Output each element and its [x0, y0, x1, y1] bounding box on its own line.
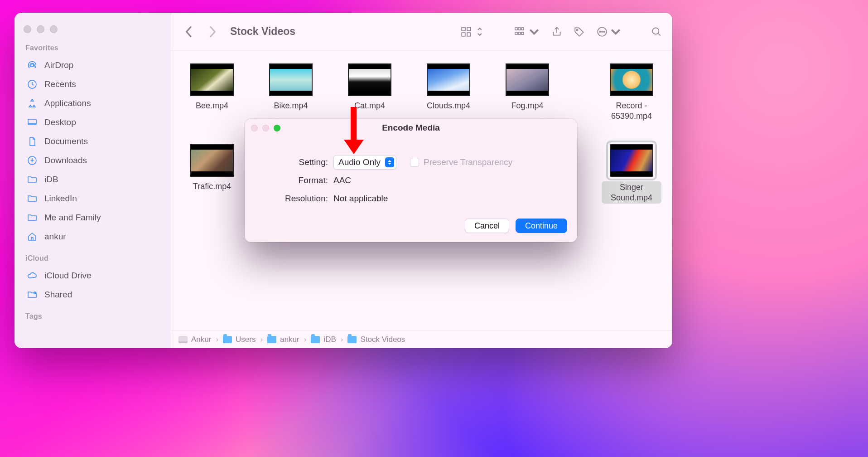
dialog-header: Encode Media — [245, 119, 577, 137]
sidebar-item-recents[interactable]: Recents — [22, 75, 165, 94]
resolution-label: Resolution: — [274, 194, 328, 204]
path-segment[interactable]: ankur — [267, 335, 299, 344]
search-button[interactable] — [651, 26, 662, 38]
file-name: Cat.mp4 — [354, 101, 385, 111]
checkbox-icon — [410, 158, 419, 167]
folder-icon — [26, 212, 38, 223]
disk-icon — [178, 336, 188, 343]
sidebar-item-applications[interactable]: Applications — [22, 94, 165, 113]
svg-rect-9 — [515, 28, 517, 30]
format-value: AAC — [333, 175, 351, 185]
more-actions-button[interactable] — [596, 26, 622, 38]
continue-button[interactable]: Continue — [516, 219, 567, 233]
path-segment[interactable]: Ankur — [178, 335, 211, 344]
svg-rect-5 — [462, 27, 465, 31]
path-label: iDB — [323, 335, 336, 344]
shared-folder-icon — [26, 289, 38, 300]
svg-point-17 — [600, 31, 601, 32]
file-item[interactable]: Trafic.mp4 — [182, 144, 242, 192]
file-item[interactable]: Clouds.mp4 — [419, 63, 478, 111]
minimize-window-button[interactable] — [37, 25, 44, 33]
svg-rect-8 — [467, 33, 471, 36]
file-item-selected[interactable]: Singer Sound.mp4 — [602, 144, 661, 204]
sidebar: Favorites AirDrop Recents Applications D… — [14, 13, 171, 348]
sidebar-item-label: LinkedIn — [44, 194, 77, 204]
path-segment[interactable]: Stock Videos — [347, 335, 405, 344]
share-button[interactable] — [551, 26, 563, 38]
svg-rect-10 — [518, 28, 521, 30]
encode-media-dialog: Encode Media Setting: Audio Only Preserv… — [245, 119, 577, 242]
sidebar-item-label: Desktop — [44, 117, 76, 127]
path-label: Users — [236, 335, 256, 344]
tags-button[interactable] — [574, 26, 585, 38]
file-item[interactable]: Bee.mp4 — [182, 63, 242, 111]
folder-icon — [311, 336, 320, 343]
zoom-window-button[interactable] — [50, 25, 58, 33]
close-window-button[interactable] — [24, 25, 31, 33]
sidebar-item-desktop[interactable]: Desktop — [22, 113, 165, 132]
document-icon — [26, 136, 38, 147]
folder-icon — [26, 193, 38, 204]
svg-point-19 — [603, 31, 604, 32]
sidebar-item-shared[interactable]: Shared — [22, 285, 165, 304]
folder-icon — [26, 174, 38, 185]
cancel-button[interactable]: Cancel — [465, 219, 509, 233]
sidebar-item-airdrop[interactable]: AirDrop — [22, 56, 165, 75]
desktop-icon — [26, 117, 38, 128]
view-mode-button[interactable] — [460, 26, 486, 38]
sidebar-section-favorites: Favorites — [25, 44, 165, 52]
sidebar-item-ankur[interactable]: ankur — [22, 227, 165, 246]
dialog-close-button[interactable] — [251, 125, 258, 131]
path-segment[interactable]: iDB — [311, 335, 336, 344]
file-item[interactable]: Record - 65390.mp4 — [602, 63, 661, 121]
setting-dropdown[interactable]: Audio Only — [333, 155, 396, 170]
svg-rect-2 — [28, 119, 36, 125]
toolbar: Stock Videos — [171, 13, 672, 51]
sidebar-item-linkedin[interactable]: LinkedIn — [22, 189, 165, 208]
sidebar-section-icloud: iCloud — [25, 254, 165, 263]
svg-point-15 — [577, 29, 578, 30]
download-icon — [26, 155, 38, 166]
sidebar-item-icloud-drive[interactable]: iCloud Drive — [22, 266, 165, 285]
sidebar-item-label: Recents — [44, 79, 76, 89]
sidebar-item-documents[interactable]: Documents — [22, 132, 165, 151]
sidebar-section-tags: Tags — [25, 312, 165, 321]
path-segment[interactable]: Users — [223, 335, 256, 344]
svg-rect-7 — [462, 33, 465, 36]
dialog-minimize-button[interactable] — [262, 125, 269, 131]
sidebar-item-label: iDB — [44, 175, 58, 185]
sidebar-item-me-and-family[interactable]: Me and Family — [22, 208, 165, 227]
file-item[interactable]: Bike.mp4 — [261, 63, 321, 111]
forward-button[interactable] — [205, 24, 220, 39]
group-by-button[interactable] — [515, 26, 540, 38]
file-name: Bee.mp4 — [196, 101, 228, 111]
sidebar-item-label: Me and Family — [44, 213, 101, 223]
sidebar-item-label: AirDrop — [44, 60, 73, 70]
sidebar-item-idb[interactable]: iDB — [22, 170, 165, 189]
file-name: Clouds.mp4 — [427, 101, 470, 111]
file-name: Singer Sound.mp4 — [602, 181, 661, 204]
path-bar: Ankur› Users› ankur› iDB› Stock Videos — [171, 330, 672, 348]
dialog-title: Encode Media — [245, 123, 577, 133]
file-item[interactable]: Cat.mp4 — [340, 63, 400, 111]
svg-rect-11 — [521, 28, 524, 30]
resolution-value: Not applicable — [333, 194, 388, 204]
file-item[interactable]: Fog.mp4 — [497, 63, 557, 111]
applications-icon — [26, 98, 38, 109]
preserve-transparency-option[interactable]: Preserve Transparency — [410, 157, 512, 167]
setting-value: Audio Only — [338, 157, 381, 167]
dropdown-arrows-icon — [385, 157, 394, 167]
folder-icon — [223, 336, 232, 343]
back-button[interactable] — [181, 24, 197, 39]
dialog-zoom-button[interactable] — [274, 125, 280, 131]
folder-icon — [267, 336, 276, 343]
folder-icon — [347, 336, 357, 343]
sidebar-item-label: Shared — [44, 290, 72, 300]
file-name: Bike.mp4 — [274, 101, 308, 111]
sidebar-item-label: Applications — [44, 98, 91, 108]
svg-rect-12 — [515, 32, 517, 34]
window-traffic-lights — [22, 19, 165, 39]
svg-point-18 — [602, 31, 603, 32]
home-icon — [26, 231, 38, 242]
sidebar-item-downloads[interactable]: Downloads — [22, 151, 165, 170]
